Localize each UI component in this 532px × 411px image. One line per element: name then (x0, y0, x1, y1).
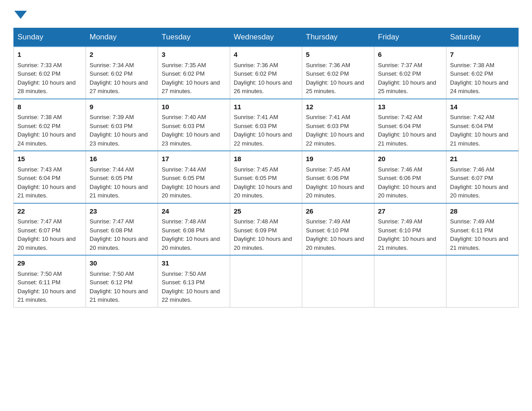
table-row: 15Sunrise: 7:43 AMSunset: 6:04 PMDayligh… (14, 151, 86, 203)
header-wednesday: Wednesday (230, 28, 302, 47)
day-number: 1 (17, 50, 82, 60)
table-row: 19Sunrise: 7:45 AMSunset: 6:06 PMDayligh… (302, 151, 374, 203)
day-number: 10 (162, 102, 226, 112)
day-number: 25 (234, 206, 298, 217)
day-number: 14 (450, 102, 515, 112)
day-number: 29 (17, 258, 82, 269)
day-number: 28 (450, 206, 515, 217)
day-number: 8 (17, 102, 82, 112)
table-row: 11Sunrise: 7:41 AMSunset: 6:03 PMDayligh… (230, 99, 302, 151)
table-row (230, 255, 302, 307)
table-row: 7Sunrise: 7:38 AMSunset: 6:02 PMDaylight… (446, 47, 519, 99)
table-row: 13Sunrise: 7:42 AMSunset: 6:04 PMDayligh… (374, 99, 446, 151)
day-number: 15 (17, 154, 82, 164)
logo (13, 9, 27, 19)
day-number: 6 (378, 50, 442, 60)
table-row: 22Sunrise: 7:47 AMSunset: 6:07 PMDayligh… (14, 203, 86, 256)
day-number: 13 (378, 102, 442, 112)
table-row: 20Sunrise: 7:46 AMSunset: 6:06 PMDayligh… (374, 151, 446, 203)
calendar-week-row: 22Sunrise: 7:47 AMSunset: 6:07 PMDayligh… (14, 203, 519, 256)
day-number: 30 (90, 258, 154, 269)
day-number: 24 (162, 206, 226, 217)
day-number: 9 (90, 102, 154, 112)
table-row: 5Sunrise: 7:36 AMSunset: 6:02 PMDaylight… (302, 47, 374, 99)
day-number: 17 (162, 154, 226, 164)
day-number: 7 (450, 50, 515, 60)
calendar-header-row: Sunday Monday Tuesday Wednesday Thursday… (14, 28, 519, 47)
table-row: 21Sunrise: 7:46 AMSunset: 6:07 PMDayligh… (446, 151, 519, 203)
day-number: 27 (378, 206, 442, 217)
table-row: 27Sunrise: 7:49 AMSunset: 6:10 PMDayligh… (374, 203, 446, 256)
header-thursday: Thursday (302, 28, 374, 47)
day-number: 12 (306, 102, 370, 112)
header-sunday: Sunday (14, 28, 86, 47)
table-row: 25Sunrise: 7:48 AMSunset: 6:09 PMDayligh… (230, 203, 302, 256)
table-row: 6Sunrise: 7:37 AMSunset: 6:02 PMDaylight… (374, 47, 446, 99)
table-row: 3Sunrise: 7:35 AMSunset: 6:02 PMDaylight… (158, 47, 230, 99)
calendar-week-row: 15Sunrise: 7:43 AMSunset: 6:04 PMDayligh… (14, 151, 519, 203)
day-number: 31 (162, 258, 226, 269)
table-row (374, 255, 446, 307)
day-number: 3 (162, 50, 226, 60)
day-number: 26 (306, 206, 370, 217)
day-number: 21 (450, 154, 515, 164)
table-row: 31Sunrise: 7:50 AMSunset: 6:13 PMDayligh… (158, 255, 230, 307)
table-row: 26Sunrise: 7:49 AMSunset: 6:10 PMDayligh… (302, 203, 374, 256)
table-row: 28Sunrise: 7:49 AMSunset: 6:11 PMDayligh… (446, 203, 519, 256)
table-row: 8Sunrise: 7:38 AMSunset: 6:02 PMDaylight… (14, 99, 86, 151)
header-monday: Monday (86, 28, 158, 47)
day-number: 16 (90, 154, 154, 164)
logo-arrow-icon (14, 11, 27, 19)
calendar-week-row: 1Sunrise: 7:33 AMSunset: 6:02 PMDaylight… (14, 47, 519, 99)
table-row (302, 255, 374, 307)
day-number: 18 (234, 154, 298, 164)
day-number: 11 (234, 102, 298, 112)
table-row: 1Sunrise: 7:33 AMSunset: 6:02 PMDaylight… (14, 47, 86, 99)
day-number: 5 (306, 50, 370, 60)
table-row: 2Sunrise: 7:34 AMSunset: 6:02 PMDaylight… (86, 47, 158, 99)
table-row: 10Sunrise: 7:40 AMSunset: 6:03 PMDayligh… (158, 99, 230, 151)
header-saturday: Saturday (446, 28, 519, 47)
header-tuesday: Tuesday (158, 28, 230, 47)
table-row: 30Sunrise: 7:50 AMSunset: 6:12 PMDayligh… (86, 255, 158, 307)
header-friday: Friday (374, 28, 446, 47)
table-row: 24Sunrise: 7:48 AMSunset: 6:08 PMDayligh… (158, 203, 230, 256)
day-number: 2 (90, 50, 154, 60)
table-row: 17Sunrise: 7:44 AMSunset: 6:05 PMDayligh… (158, 151, 230, 203)
table-row: 4Sunrise: 7:36 AMSunset: 6:02 PMDaylight… (230, 47, 302, 99)
day-number: 19 (306, 154, 370, 164)
table-row: 29Sunrise: 7:50 AMSunset: 6:11 PMDayligh… (14, 255, 86, 307)
table-row: 12Sunrise: 7:41 AMSunset: 6:03 PMDayligh… (302, 99, 374, 151)
calendar-week-row: 8Sunrise: 7:38 AMSunset: 6:02 PMDaylight… (14, 99, 519, 151)
table-row: 16Sunrise: 7:44 AMSunset: 6:05 PMDayligh… (86, 151, 158, 203)
day-number: 22 (17, 206, 82, 217)
table-row: 23Sunrise: 7:47 AMSunset: 6:08 PMDayligh… (86, 203, 158, 256)
calendar-table: Sunday Monday Tuesday Wednesday Thursday… (13, 28, 519, 308)
table-row (446, 255, 519, 307)
table-row: 14Sunrise: 7:42 AMSunset: 6:04 PMDayligh… (446, 99, 519, 151)
calendar-week-row: 29Sunrise: 7:50 AMSunset: 6:11 PMDayligh… (14, 255, 519, 307)
day-number: 4 (234, 50, 298, 60)
table-row: 18Sunrise: 7:45 AMSunset: 6:05 PMDayligh… (230, 151, 302, 203)
table-row: 9Sunrise: 7:39 AMSunset: 6:03 PMDaylight… (86, 99, 158, 151)
page-header (13, 9, 519, 19)
day-number: 20 (378, 154, 442, 164)
day-number: 23 (90, 206, 154, 217)
